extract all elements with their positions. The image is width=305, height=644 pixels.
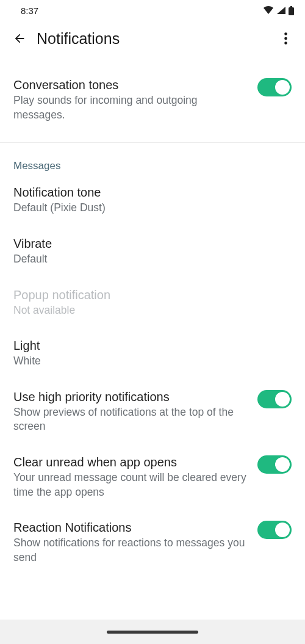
status-icons [263, 6, 294, 15]
status-bar: 8:37 [0, 0, 305, 21]
setting-title: Popup notification [13, 287, 284, 303]
settings-content: Conversation tones Play sounds for incom… [0, 56, 305, 576]
setting-subtitle: Your unread message count will be cleare… [13, 471, 250, 499]
setting-popup-notification: Popup notification Not available [0, 277, 305, 328]
setting-subtitle: Show previews of notifications at the to… [13, 405, 250, 434]
setting-title: Reaction Notifications [13, 519, 250, 535]
setting-title: Notification tone [13, 184, 284, 200]
battery-icon [289, 6, 294, 15]
setting-text: Reaction Notifications Show notification… [13, 519, 257, 565]
svg-point-4 [284, 42, 287, 45]
toggle-high-priority[interactable] [257, 390, 292, 408]
setting-text: Vibrate Default [13, 236, 292, 267]
setting-subtitle: Show notifications for reactions to mess… [13, 536, 250, 565]
svg-point-3 [284, 37, 287, 40]
setting-title: Use high priority notifications [13, 389, 250, 405]
setting-text: Clear unread when app opens Your unread … [13, 454, 257, 499]
more-vert-icon [284, 32, 287, 45]
toggle-reaction-notifications[interactable] [257, 521, 292, 539]
setting-text: Conversation tones Play sounds for incom… [13, 77, 257, 122]
svg-rect-1 [290, 6, 292, 7]
setting-text: Light White [13, 338, 292, 369]
page-title: Notifications [37, 30, 274, 48]
setting-subtitle: Play sounds for incoming and outgoing me… [13, 93, 250, 122]
setting-text: Use high priority notifications Show pre… [13, 389, 257, 434]
status-time: 8:37 [21, 5, 38, 16]
section-header-messages: Messages [0, 143, 305, 175]
setting-title: Clear unread when app opens [13, 454, 250, 470]
toggle-conversation-tones[interactable] [257, 78, 292, 96]
setting-conversation-tones[interactable]: Conversation tones Play sounds for incom… [0, 59, 305, 132]
setting-text: Notification tone Default (Pixie Dust) [13, 184, 292, 215]
toggle-clear-unread[interactable] [257, 455, 292, 474]
setting-reaction-notifications[interactable]: Reaction Notifications Show notification… [0, 510, 305, 575]
back-arrow-icon [13, 32, 26, 45]
signal-icon [276, 6, 286, 15]
overflow-menu-button[interactable] [274, 27, 296, 49]
setting-subtitle: Default (Pixie Dust) [13, 201, 284, 215]
setting-subtitle: White [13, 354, 284, 369]
setting-high-priority[interactable]: Use high priority notifications Show pre… [0, 379, 305, 444]
nav-handle[interactable] [107, 631, 198, 634]
wifi-icon [263, 6, 274, 15]
setting-subtitle: Not available [13, 303, 284, 318]
setting-clear-unread[interactable]: Clear unread when app opens Your unread … [0, 444, 305, 510]
app-bar: Notifications [0, 21, 305, 56]
bottom-nav-area [0, 620, 305, 644]
setting-text: Popup notification Not available [13, 287, 292, 318]
setting-title: Light [13, 338, 284, 353]
svg-rect-0 [289, 7, 294, 15]
svg-point-2 [284, 32, 287, 35]
setting-light[interactable]: Light White [0, 328, 305, 379]
setting-title: Vibrate [13, 236, 284, 251]
setting-subtitle: Default [13, 252, 284, 267]
back-button[interactable] [9, 27, 30, 49]
setting-vibrate[interactable]: Vibrate Default [0, 226, 305, 277]
setting-notification-tone[interactable]: Notification tone Default (Pixie Dust) [0, 175, 305, 226]
setting-title: Conversation tones [13, 77, 250, 93]
